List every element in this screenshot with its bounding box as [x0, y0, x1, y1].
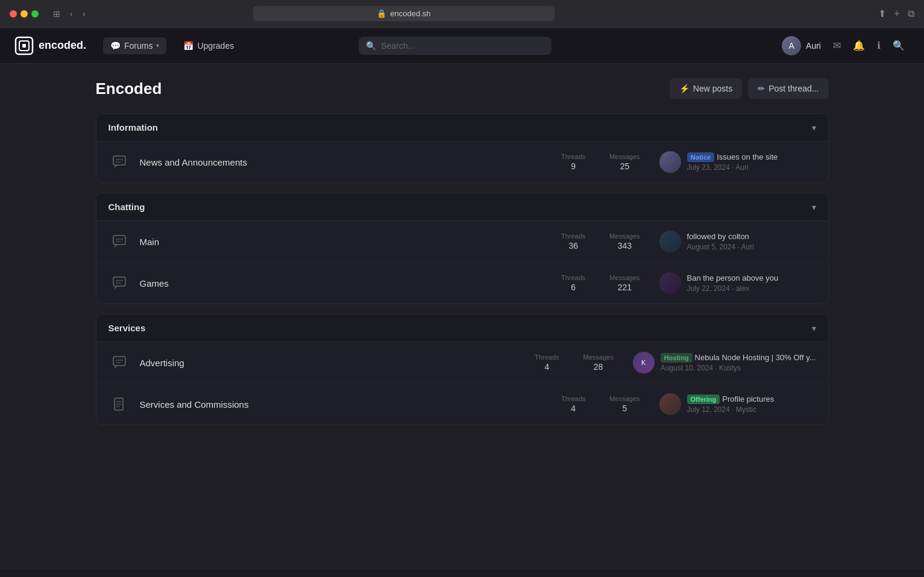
svg-rect-12 [113, 357, 125, 366]
forum-latest: NoticeIssues on the site July 23, 2024 ·… [659, 151, 816, 173]
traffic-lights [10, 10, 39, 17]
forum-icon [108, 151, 130, 173]
new-tab-button[interactable]: ＋ [892, 7, 902, 20]
upgrades-icon: 📅 [183, 41, 193, 51]
latest-user-avatar [659, 231, 681, 252]
forum-info-games: Games [140, 278, 552, 288]
latest-thread-title[interactable]: Ban the person above you [687, 273, 816, 284]
section-services: Services ▾ Advertising Threads 4 Message… [96, 314, 829, 425]
forward-button[interactable]: › [80, 8, 88, 20]
latest-user-avatar: K [633, 352, 655, 373]
forum-row-services-commissions: Services and Commissions Threads 4 Messa… [96, 384, 828, 425]
messages-value: 25 [609, 161, 640, 171]
forum-info-services-commissions: Services and Commissions [140, 399, 552, 410]
post-thread-button[interactable]: ✏ Post thread... [748, 78, 828, 99]
section-header-information[interactable]: Information ▾ [96, 114, 828, 142]
latest-info: Ban the person above you July 22, 2024 ·… [687, 273, 816, 293]
latest-user-avatar [659, 151, 681, 173]
page-header: Encoded ⚡ New posts ✏ Post thread... [96, 78, 829, 99]
messages-stat: Messages 28 [583, 354, 614, 372]
latest-thread-title[interactable]: followed by colton [687, 232, 816, 242]
app-container: encoded. 💬 Forums ▾ 📅 Upgrades 🔍 A Auri … [0, 28, 924, 570]
messages-stat: Messages 25 [609, 153, 640, 171]
forum-stats: Threads 4 Messages 5 [561, 395, 640, 413]
threads-stat: Threads 36 [561, 232, 585, 251]
url-bar[interactable]: 🔒 encoded.sh [253, 6, 555, 21]
maximize-button[interactable] [31, 10, 39, 17]
latest-thread-title[interactable]: NoticeIssues on the site [687, 152, 816, 163]
latest-thread-meta: July 22, 2024 · alex [687, 284, 816, 293]
messages-stat: Messages 343 [609, 232, 640, 251]
latest-info: HostingNebula Node Hosting | 30% Off y..… [661, 353, 816, 373]
threads-label: Threads [561, 153, 585, 160]
user-avatar-menu[interactable]: A Auri [777, 34, 826, 58]
forum-icon [108, 352, 130, 373]
forum-name[interactable]: Games [140, 278, 552, 288]
forum-info-news-announcements: News and Announcements [140, 157, 552, 167]
minimize-button[interactable] [20, 10, 28, 17]
threads-label: Threads [535, 354, 559, 361]
threads-stat: Threads 9 [561, 153, 585, 171]
forum-name[interactable]: Services and Commissions [140, 399, 552, 410]
collapse-icon: ▾ [812, 202, 816, 212]
threads-stat: Threads 6 [561, 274, 585, 292]
upgrades-label: Upgrades [197, 41, 234, 51]
search-button[interactable]: 🔍 [888, 35, 910, 56]
threads-value: 4 [535, 362, 559, 372]
forum-latest: OfferingProfile pictures July 12, 2024 ·… [659, 393, 816, 415]
latest-thread-title[interactable]: HostingNebula Node Hosting | 30% Off y..… [661, 353, 816, 363]
forum-name[interactable]: Main [140, 237, 552, 247]
forum-stats: Threads 6 Messages 221 [561, 274, 640, 292]
upgrades-nav-link[interactable]: 📅 Upgrades [176, 37, 241, 54]
tab-overview-button[interactable]: ⧉ [908, 8, 914, 19]
forum-latest: K HostingNebula Node Hosting | 30% Off y… [633, 352, 816, 373]
forum-stats: Threads 4 Messages 28 [535, 354, 614, 372]
search-bar[interactable]: 🔍 [359, 37, 552, 55]
messages-value: 343 [609, 241, 640, 251]
logo-link[interactable]: encoded. [14, 36, 86, 55]
section-header-chatting[interactable]: Chatting ▾ [96, 193, 828, 221]
browser-chrome: ⊞ ‹ › 🔒 encoded.sh ⬆ ＋ ⧉ [0, 0, 924, 28]
avatar: A [782, 36, 801, 55]
messages-label: Messages [609, 232, 640, 240]
latest-user-avatar [659, 393, 681, 415]
notifications-button[interactable]: 🔔 [848, 35, 870, 56]
forum-sections-container: Information ▾ News and Announcements Thr… [96, 113, 829, 425]
svg-rect-3 [113, 156, 125, 165]
messages-value: 28 [583, 362, 614, 372]
threads-stat: Threads 4 [561, 395, 585, 413]
close-button[interactable] [10, 10, 17, 17]
edit-icon: ✏ [758, 84, 765, 93]
url-text: encoded.sh [390, 9, 430, 18]
section-header-services[interactable]: Services ▾ [96, 314, 828, 342]
user-name: Auri [806, 41, 821, 51]
threads-value: 9 [561, 161, 585, 171]
lock-icon: 🔒 [377, 9, 386, 18]
forum-info-main: Main [140, 237, 552, 247]
back-button[interactable]: ‹ [68, 8, 75, 20]
forum-tag: Offering [687, 395, 720, 404]
latest-thread-title[interactable]: OfferingProfile pictures [687, 395, 816, 405]
sidebar-toggle-button[interactable]: ⊞ [51, 8, 63, 20]
forum-latest: followed by colton August 5, 2024 · Auri [659, 231, 816, 252]
search-input[interactable] [381, 41, 544, 51]
lightning-icon: ⚡ [679, 84, 690, 93]
messages-label: Messages [609, 395, 640, 402]
avatar-letter: A [788, 41, 794, 51]
share-button[interactable]: ⬆ [878, 8, 886, 19]
forum-name[interactable]: News and Announcements [140, 157, 552, 167]
new-posts-button[interactable]: ⚡ New posts [670, 78, 742, 99]
messages-label: Messages [583, 354, 614, 361]
messages-button[interactable]: ✉ [828, 35, 846, 56]
logo-icon [14, 36, 34, 55]
forum-name[interactable]: Advertising [140, 358, 526, 368]
forum-row-games: Games Threads 6 Messages 221 Ban the per… [96, 263, 828, 304]
info-button[interactable]: ℹ [872, 35, 885, 56]
messages-stat: Messages 5 [609, 395, 640, 413]
forums-nav-button[interactable]: 💬 Forums ▾ [103, 37, 166, 54]
section-title: Information [108, 122, 159, 133]
svg-rect-6 [113, 235, 125, 245]
latest-info: followed by colton August 5, 2024 · Auri [687, 232, 816, 252]
main-content: Encoded ⚡ New posts ✏ Post thread... Inf… [77, 64, 848, 449]
navbar: encoded. 💬 Forums ▾ 📅 Upgrades 🔍 A Auri … [0, 28, 924, 64]
